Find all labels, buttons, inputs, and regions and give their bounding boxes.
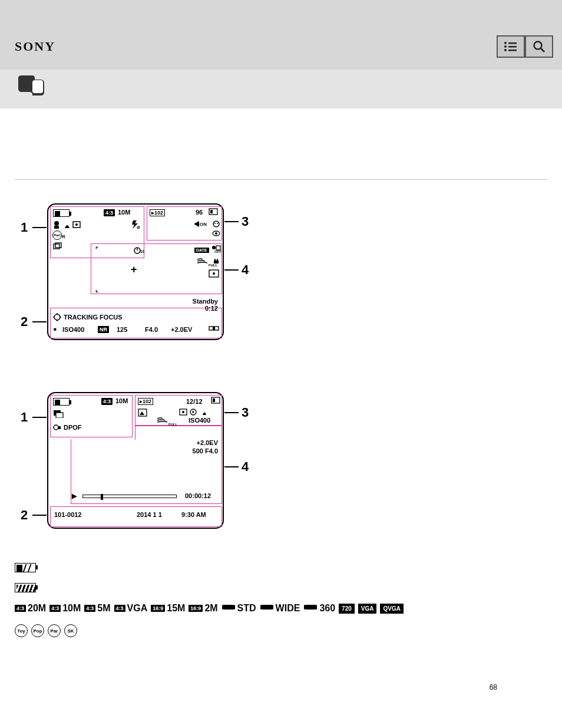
timer-icon: 10 [134, 246, 144, 255]
svg-rect-3 [508, 46, 517, 48]
standby-label: Standby0:12 [193, 298, 218, 312]
size-label: 10M [118, 209, 130, 216]
pb-count-label: 12/12 [186, 398, 203, 405]
hand-icon [212, 256, 220, 266]
svg-point-0 [504, 42, 507, 44]
callout-4: 4 [242, 262, 249, 278]
pb-callout-3-tick [224, 412, 239, 413]
pb-callout-1-tick [32, 417, 47, 418]
pano-label: STD [237, 603, 256, 614]
rec-off-icon: OFF [211, 245, 222, 254]
search-button[interactable] [525, 35, 553, 58]
picture-effect-row: ToyPopParSK [15, 624, 547, 637]
svg-rect-10 [210, 210, 213, 213]
svg-line-7 [541, 48, 544, 52]
tracking-target-icon [53, 313, 61, 322]
svg-rect-48 [58, 426, 61, 429]
lcd-shooting: 4:3 10M ▸102 96 [47, 203, 224, 340]
pb-progress-bar [82, 495, 177, 498]
pb-ev-label: +2.0EV [197, 439, 218, 446]
callout-3: 3 [242, 214, 249, 229]
crosshair: + [131, 263, 137, 276]
red-eye-icon [212, 230, 220, 238]
page-icon [15, 74, 48, 98]
pb-wb-icon [200, 409, 209, 417]
battery-icon [53, 209, 70, 218]
ratio-chip: 4:3 [114, 605, 125, 612]
page-number: 68 [0, 671, 562, 703]
pano-icon [260, 603, 274, 614]
callout-3-tick [224, 221, 239, 222]
search-icon [533, 40, 546, 53]
tracking-focus-label: TRACKING FOCUS [64, 314, 123, 321]
svg-point-21 [215, 232, 217, 235]
date-chip: DATE [194, 246, 209, 253]
brand-logo: SONY [15, 39, 55, 54]
callout-2-tick [32, 321, 47, 322]
pb-file-label: 101-0012 [54, 511, 82, 518]
ratio-chip: 4:3 [15, 605, 26, 612]
iso-label: ISO400 [62, 326, 84, 333]
ratio-chip: 16:9 [151, 605, 165, 612]
toc-button[interactable] [497, 35, 525, 58]
shutter-label: 125 [117, 326, 127, 333]
svg-point-17 [213, 221, 219, 227]
size-option: 4:320M [15, 603, 46, 614]
pb-folder-icon: ▸102 [138, 397, 153, 405]
pano-icon [222, 603, 236, 614]
metering-icon [209, 269, 219, 279]
list-icon [504, 41, 518, 52]
callout-1-tick [32, 227, 47, 228]
pb-metering-icon [179, 409, 187, 417]
af-bracket-bl: ⌞ [95, 286, 98, 294]
ratio-chip: 4:3 [84, 605, 95, 612]
ratio-chip: 4:3 [49, 605, 61, 612]
callout-2: 2 [21, 314, 28, 330]
svg-point-14 [75, 223, 78, 226]
pano-option: WIDE [260, 603, 300, 614]
remaining-count: 96 [196, 209, 203, 216]
media-icon [209, 208, 218, 216]
effect-icon: Pop [31, 624, 44, 637]
pano-option: STD [222, 603, 256, 614]
svg-rect-22 [54, 244, 59, 249]
face-detect-icon [198, 220, 220, 229]
size-label: 20M [28, 603, 46, 614]
pb-callout-2-tick [32, 515, 47, 516]
ev-scale-icon [209, 325, 219, 333]
sub-band [0, 70, 562, 108]
movie-size-chip: 720 [339, 604, 355, 614]
size-option: 4:35M [84, 603, 110, 614]
pano-label: 360 [319, 603, 335, 614]
diagram-playback: 4:3 10M ▸102 12/12 [15, 392, 547, 539]
pb-ratio-chip: 4:3 [101, 397, 113, 405]
battery-remaining-row [15, 563, 547, 572]
size-label: 2M [204, 603, 217, 614]
pb-wind-icon: FULL [157, 417, 177, 426]
size-option: 4:310M [49, 603, 81, 614]
battery-low-row [15, 583, 547, 592]
size-option: 16:915M [151, 603, 185, 614]
size-label: 15M [167, 603, 185, 614]
callout-4-tick [224, 269, 239, 271]
pano-option: 360 [303, 603, 335, 614]
pb-callout-4-tick [224, 466, 239, 467]
pb-protect-icon [53, 424, 61, 432]
size-label: VGA [127, 603, 148, 614]
ratio-chip: 16:9 [189, 605, 203, 612]
svg-rect-28 [216, 246, 220, 250]
movie-size-chip: VGA [358, 604, 377, 614]
movie-size-chip: QVGA [380, 604, 403, 614]
size-option: 16:92M [189, 603, 217, 614]
svg-rect-38 [213, 327, 215, 330]
zone-2 [50, 308, 222, 338]
pb-callout-3: 3 [242, 405, 249, 420]
pb-play-icon: ▶ [72, 492, 77, 500]
af-bracket-tl: ⌜ [95, 246, 98, 253]
pano-icon [303, 603, 318, 614]
pb-callout-2: 2 [21, 508, 28, 523]
effect-icon: SK [64, 624, 77, 637]
pb-callout-1: 1 [21, 410, 28, 425]
pb-zone-4b [135, 426, 222, 440]
diagram-shooting: 4:3 10M ▸102 96 [15, 203, 547, 357]
